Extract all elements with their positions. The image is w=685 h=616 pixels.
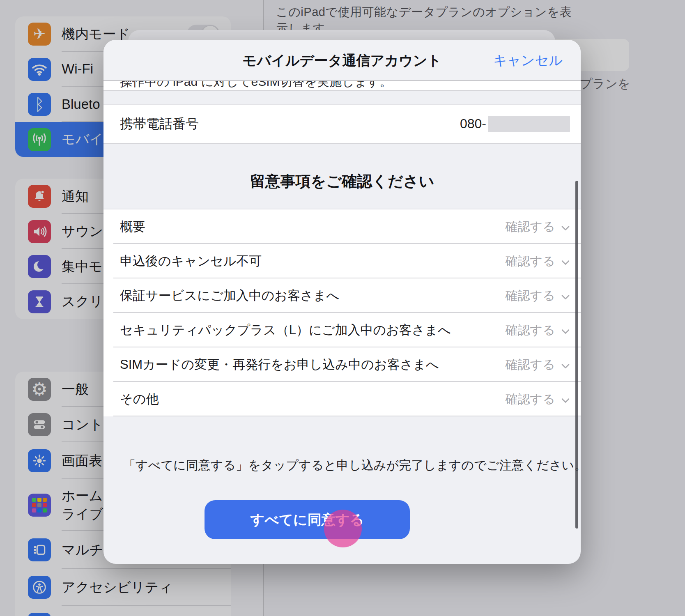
terms-row-label: 概要 <box>103 218 506 235</box>
confirm-link[interactable]: 確認する <box>506 253 570 270</box>
confirm-link-label: 確認する <box>506 218 555 235</box>
tap-indicator <box>324 510 362 547</box>
confirm-link[interactable]: 確認する <box>506 391 570 408</box>
terms-row[interactable]: SIMカードの変更・再発行をお申し込み中のお客さまへ確認する <box>103 347 581 382</box>
confirm-link[interactable]: 確認する <box>506 356 570 373</box>
terms-row-label: SIMカードの変更・再発行をお申し込み中のお客さまへ <box>103 356 506 373</box>
terms-row[interactable]: 概要確認する <box>103 209 581 244</box>
chevron-down-icon <box>561 323 570 337</box>
phone-number-row: 携帯電話番号 080- <box>103 104 581 144</box>
agree-warning-note: 「すべてに同意する」をタップすると申し込みが完了しますのでご注意ください。 <box>103 453 581 478</box>
screen: ✈機内モードWi-FiᛒBluetoモバイ通知サウン集中モスクリ⚙一般コント画面… <box>0 0 685 616</box>
terms-row-label: 保証サービスにご加入中のお客さまへ <box>103 287 506 304</box>
confirm-link-label: 確認する <box>506 322 555 339</box>
scrollbar[interactable] <box>575 181 578 529</box>
confirm-link[interactable]: 確認する <box>506 322 570 339</box>
terms-list: 概要確認する申込後のキャンセル不可確認する保証サービスにご加入中のお客さまへ確認… <box>103 209 581 416</box>
phone-number-label: 携帯電話番号 <box>103 115 460 133</box>
confirm-link-label: 確認する <box>506 391 555 408</box>
terms-row[interactable]: 保証サービスにご加入中のお客さまへ確認する <box>103 278 581 313</box>
confirm-link[interactable]: 確認する <box>506 218 570 235</box>
confirm-link-label: 確認する <box>506 253 555 270</box>
phone-number-redacted <box>488 116 570 132</box>
terms-row-label: 申込後のキャンセル不可 <box>103 253 506 270</box>
phone-number-prefix: 080- <box>460 116 486 131</box>
chevron-down-icon <box>561 254 570 268</box>
chevron-down-icon <box>561 392 570 406</box>
terms-row-label: セキュリティパックプラス（L）にご加入中のお客さまへ <box>103 322 506 339</box>
agree-all-button[interactable]: すべてに同意する <box>205 500 410 539</box>
terms-row[interactable]: その他確認する <box>103 382 581 416</box>
esim-info-text: 操作中の iPad に対してeSIM切替を実施します。 <box>103 81 581 88</box>
confirm-link-label: 確認する <box>506 356 555 373</box>
esim-info-row-clipped: 操作中の iPad に対してeSIM切替を実施します。 <box>103 81 581 91</box>
chevron-down-icon <box>561 289 570 303</box>
chevron-down-icon <box>561 220 570 234</box>
sheet-header: モバイルデータ通信アカウント キャンセル <box>103 40 581 81</box>
confirm-link-label: 確認する <box>506 287 555 304</box>
terms-section-title: 留意事項をご確認ください <box>103 144 581 209</box>
terms-row-label: その他 <box>103 391 506 408</box>
confirm-link[interactable]: 確認する <box>506 287 570 304</box>
terms-row[interactable]: セキュリティパックプラス（L）にご加入中のお客さまへ確認する <box>103 313 581 347</box>
terms-row[interactable]: 申込後のキャンセル不可確認する <box>103 244 581 278</box>
cancel-button[interactable]: キャンセル <box>493 40 563 81</box>
mobile-data-account-sheet: モバイルデータ通信アカウント キャンセル 操作中の iPad に対してeSIM切… <box>103 40 581 564</box>
chevron-down-icon <box>561 358 570 372</box>
